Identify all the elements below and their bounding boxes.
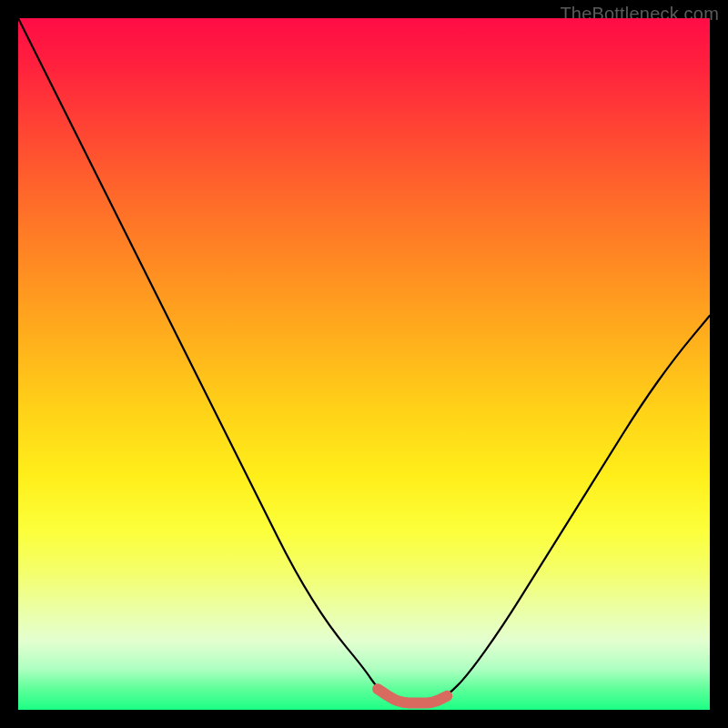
chart-container: TheBottleneck.com (0, 0, 728, 728)
optimal-band-marker (378, 689, 447, 703)
curve-svg (18, 18, 710, 710)
bottleneck-score-curve (18, 18, 710, 703)
plot-area (18, 18, 710, 710)
